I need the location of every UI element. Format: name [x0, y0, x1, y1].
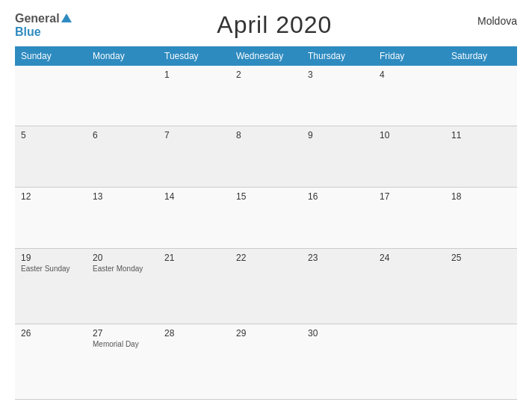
- calendar-day-cell: 22: [230, 249, 302, 324]
- calendar-day-cell: 4: [374, 66, 445, 126]
- calendar-day-cell: 3: [302, 66, 374, 126]
- logo-triangle-icon: [61, 13, 72, 22]
- day-number: 26: [21, 328, 81, 339]
- day-number: 7: [164, 130, 224, 140]
- day-number: 20: [93, 253, 152, 263]
- calendar-day-cell: 29: [230, 324, 302, 400]
- day-number: 19: [21, 253, 81, 263]
- country-label: Moldova: [477, 15, 517, 27]
- calendar-day-cell: 1: [158, 66, 230, 126]
- page-header: General Blue April 2020 Moldova: [15, 11, 517, 39]
- calendar-title: April 2020: [217, 11, 332, 39]
- calendar-day-cell: 8: [230, 126, 302, 188]
- day-number: 11: [451, 130, 511, 140]
- calendar-day-cell: 20Easter Monday: [87, 249, 158, 324]
- calendar-day-cell: 16: [302, 188, 374, 249]
- day-number: 16: [308, 191, 368, 202]
- calendar-day-cell: 6: [87, 126, 158, 188]
- calendar-day-cell: 2: [230, 66, 302, 126]
- calendar-day-cell: [87, 66, 158, 126]
- holiday-label: Easter Sunday: [21, 265, 81, 273]
- day-number: 9: [308, 130, 368, 140]
- calendar-day-cell: 28: [158, 324, 230, 400]
- calendar-day-cell: 12: [15, 188, 87, 249]
- logo-general-text: General: [15, 12, 60, 25]
- calendar-day-cell: 11: [445, 126, 517, 188]
- calendar-day-cell: 26: [15, 324, 87, 400]
- calendar-day-cell: 19Easter Sunday: [15, 249, 87, 324]
- day-number: 23: [308, 253, 368, 263]
- holiday-label: Memorial Day: [93, 340, 152, 348]
- calendar-table: SundayMondayTuesdayWednesdayThursdayFrid…: [15, 46, 517, 400]
- calendar-day-cell: 9: [302, 126, 374, 188]
- day-number: 22: [236, 253, 296, 263]
- day-number: 14: [164, 191, 224, 202]
- day-number: 28: [164, 328, 224, 339]
- day-of-week-header: Thursday: [302, 46, 374, 66]
- calendar-day-cell: 17: [374, 188, 445, 249]
- day-number: 1: [164, 69, 224, 80]
- day-of-week-header: Friday: [374, 46, 445, 66]
- calendar-day-cell: 24: [374, 249, 445, 324]
- day-number: 5: [21, 130, 81, 140]
- day-number: 15: [236, 191, 296, 202]
- day-number: 17: [380, 191, 439, 202]
- day-number: 21: [164, 253, 224, 263]
- day-number: 10: [380, 130, 439, 140]
- day-number: 29: [236, 328, 296, 339]
- day-number: 27: [93, 328, 152, 339]
- day-number: 30: [308, 328, 368, 339]
- day-of-week-header: Sunday: [15, 46, 87, 66]
- day-number: 4: [380, 69, 439, 80]
- day-of-week-header: Saturday: [445, 46, 517, 66]
- day-number: 6: [93, 130, 152, 140]
- logo: General Blue: [15, 12, 72, 38]
- calendar-day-cell: 18: [445, 188, 517, 249]
- calendar-day-cell: 5: [15, 126, 87, 188]
- calendar-week-row: 1234: [15, 66, 517, 126]
- day-of-week-header: Wednesday: [230, 46, 302, 66]
- day-number: 3: [308, 69, 368, 80]
- calendar-day-cell: 27Memorial Day: [87, 324, 158, 400]
- calendar-day-cell: 14: [158, 188, 230, 249]
- calendar-day-cell: 10: [374, 126, 445, 188]
- day-number: 8: [236, 130, 296, 140]
- logo-blue-text: Blue: [15, 25, 41, 39]
- calendar-day-cell: [445, 66, 517, 126]
- day-number: 13: [93, 191, 152, 202]
- calendar-day-cell: [445, 324, 517, 400]
- calendar-week-row: 2627Memorial Day282930: [15, 324, 517, 400]
- holiday-label: Easter Monday: [93, 265, 152, 273]
- day-number: 2: [236, 69, 296, 80]
- day-of-week-header: Monday: [87, 46, 158, 66]
- calendar-day-cell: 23: [302, 249, 374, 324]
- day-number: 12: [21, 191, 81, 202]
- day-number: 24: [380, 253, 439, 263]
- calendar-day-cell: [15, 66, 87, 126]
- calendar-day-cell: 7: [158, 126, 230, 188]
- calendar-header-row: SundayMondayTuesdayWednesdayThursdayFrid…: [15, 46, 517, 66]
- calendar-day-cell: 13: [87, 188, 158, 249]
- calendar-day-cell: 25: [445, 249, 517, 324]
- calendar-day-cell: 30: [302, 324, 374, 400]
- calendar-day-cell: 21: [158, 249, 230, 324]
- calendar-week-row: 567891011: [15, 126, 517, 188]
- day-number: 18: [451, 191, 511, 202]
- day-number: 25: [451, 253, 511, 263]
- calendar-day-cell: 15: [230, 188, 302, 249]
- day-of-week-header: Tuesday: [158, 46, 230, 66]
- calendar-day-cell: [374, 324, 445, 400]
- calendar-week-row: 19Easter Sunday20Easter Monday2122232425: [15, 249, 517, 324]
- calendar-week-row: 12131415161718: [15, 188, 517, 249]
